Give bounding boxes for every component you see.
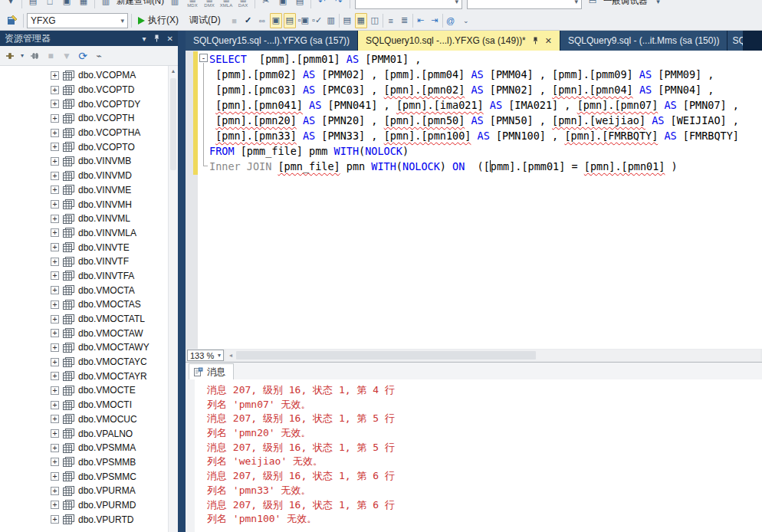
debug-button[interactable]: 调试(D) [185,14,225,27]
toolbar-overflow-icon[interactable]: ⌄ [460,13,472,28]
expand-icon[interactable]: + [51,215,59,223]
tree-item-dbo-vmocuc[interactable]: +dbo.VMOCUC [0,412,178,427]
expand-icon[interactable]: + [51,114,59,123]
toolbar-surround-icon[interactable]: ◫ [369,13,381,28]
expand-icon[interactable]: + [51,315,59,323]
expand-icon[interactable]: + [51,258,59,266]
tree-item-dbo-vmocta[interactable]: +dbo.VMOCTA [0,283,178,297]
disconnect-icon[interactable] [28,49,41,63]
toolbar-snippets-icon[interactable]: ▦ [355,13,367,28]
code-text-area[interactable]: SELECT [pmm].[pmm01] AS [PMM01] , [pmm].… [209,51,762,349]
new-file-icon[interactable]: ▤ [27,0,39,9]
toolbar-results-pane-icon[interactable]: ▤ [341,13,353,28]
expand-icon[interactable]: + [51,386,59,395]
tree-item-dbo-vmocte[interactable]: +dbo.VMOCTE [0,383,178,398]
tree-item-dbo-vinvme[interactable]: +dbo.VINVME [0,183,178,198]
code-line-1[interactable]: SELECT [pmm].[pmm01] AS [PMM01] , [209,51,762,67]
tree-item-dbo-vinvmd[interactable]: +dbo.VINVMD [0,169,178,183]
chevron-down-icon[interactable]: ▾ [652,0,664,9]
navigate-back-icon[interactable]: ▾ [5,0,17,9]
tree-item-dbo-vpurtd[interactable]: +dbo.VPURTD [0,512,178,527]
toolbar-combo-1[interactable]: ▾ [355,0,462,9]
redo-icon[interactable]: ↷ [333,0,345,9]
undo-icon[interactable]: ↶ [316,0,328,9]
tree-item-dbo-vpurmd[interactable]: +dbo.VPURMD [0,498,178,513]
expand-icon[interactable]: + [51,228,59,237]
window-position-icon[interactable]: ▾ [143,34,146,43]
pin-icon[interactable] [532,37,539,44]
collapse-region-icon[interactable]: - [199,54,208,62]
code-line-3[interactable]: [pmm].[pmc03] AS [PMC03] , [pmn].[pmn02]… [209,82,762,97]
tab-document-1[interactable]: SQLQuery15.sql -...l).YFXG (sa (157)) [186,31,357,51]
panel-splitter[interactable] [178,31,186,532]
toolbar-comment-icon[interactable]: ⇤ [415,13,427,28]
tree-item-dbo-vpalno[interactable]: +dbo.VPALNO [0,426,178,441]
tree-item-dbo-vmoctayr[interactable]: +dbo.VMOCTAYR [0,369,178,383]
query-type-icon-xmla[interactable]: ▥XMLA [219,0,233,8]
expand-icon[interactable]: + [51,286,59,294]
horizontal-scrollbar[interactable]: ◂ [225,350,760,361]
code-line-6[interactable]: [pmn].[pmn33] AS [PMN33] , [pmn].[pmn100… [209,128,762,143]
expand-icon[interactable]: + [51,358,59,366]
tree-item-dbo-vcopto[interactable]: +dbo.VCOPTO [0,140,178,154]
expand-icon[interactable]: + [51,71,59,80]
scroll-up-icon[interactable]: ▲ [169,66,178,77]
toolbar-intellisense-icon[interactable]: @ [445,13,457,28]
toolbar-parse-icon[interactable]: ✓ [242,13,255,28]
tree-item-dbo-vinvtf[interactable]: +dbo.VINVTF [0,255,178,269]
expand-icon[interactable]: + [51,157,59,166]
toolbar-results-to-grid-icon[interactable]: ▣ [270,13,282,28]
scrollbar-thumb[interactable] [236,351,536,360]
expand-icon[interactable]: + [51,243,59,251]
expand-icon[interactable]: + [51,172,59,180]
pin-icon[interactable] [153,34,160,42]
toolbar-actual-plan-icon[interactable]: ▫✓ [311,13,324,28]
tree-item-dbo-vmoctaw[interactable]: +dbo.VMOCTAW [0,326,178,340]
tree-item-dbo-vmoctayc[interactable]: +dbo.VMOCTAYC [0,355,178,369]
execute-button[interactable]: 执行(X) [135,14,182,27]
tree-item-dbo-vinvtfa[interactable]: +dbo.VINVTFA [0,269,178,284]
database-selector[interactable]: YFXG▾ [27,13,128,28]
toolbar-specify-values-icon[interactable]: ▫▫ [256,13,268,28]
tab-document-4[interactable]: SQL [728,31,743,51]
expand-icon[interactable]: + [51,401,59,409]
code-line-5[interactable]: [pmn].[pmn20] AS [PMN20] , [pmn].[pmn50]… [209,113,762,128]
new-database-query-icon[interactable]: ▥ [169,0,181,9]
expand-icon[interactable]: + [51,100,59,108]
toolbar-combo-2[interactable]: ▾ [467,0,582,9]
query-type-icon-dax[interactable]: ▥DAX [236,0,250,8]
tree-item-dbo-vcopma[interactable]: +dbo.VCOPMA [0,68,178,83]
refresh-icon[interactable]: ⟳ [76,49,90,63]
tree-item-dbo-vinvml[interactable]: +dbo.VINVML [0,212,178,226]
expand-icon[interactable]: + [51,271,59,280]
expand-icon[interactable]: + [51,86,59,94]
tree-item-dbo-vpurma[interactable]: +dbo.VPURMA [0,484,178,498]
code-line-8[interactable]: Inner JOIN [pmn_file] pmn WITH(NOLOCK) O… [209,159,762,174]
expand-icon[interactable]: + [51,472,59,481]
tree-item-dbo-vpsmmc[interactable]: +dbo.VPSMMC [0,469,178,484]
toolbar-query-options-icon[interactable]: ▥ [325,13,337,28]
tree-scrollbar[interactable]: ▲ [168,66,178,532]
expand-icon[interactable]: + [51,444,59,452]
expand-icon[interactable]: + [51,429,59,438]
expand-icon[interactable]: + [51,143,59,151]
save-icon[interactable]: ▣ [61,0,73,9]
code-line-4[interactable]: [pmn].[pmn041] AS [PMN041] , [pmn].[ima0… [209,97,762,113]
tree-item-dbo-vmocti[interactable]: +dbo.VMOCTI [0,398,178,412]
expand-icon[interactable]: + [51,458,59,466]
toolbar-outdent-icon[interactable]: ≣ [399,13,411,28]
copy-icon[interactable]: ▣ [277,0,289,9]
tree-item-dbo-vmoctatl[interactable]: +dbo.VMOCTATL [0,312,178,327]
debugger-selector[interactable]: 一般调试器 [603,0,648,7]
tree-item-dbo-vmoctawy[interactable]: +dbo.VMOCTAWY [0,340,178,355]
tree-item-dbo-vpsmma[interactable]: +dbo.VPSMMA [0,441,178,455]
connect-icon[interactable] [3,49,17,63]
code-line-7[interactable]: FROM [pmm_file] pmm WITH(NOLOCK) [209,143,762,159]
tree-item-dbo-vpsmmb[interactable]: +dbo.VPSMMB [0,455,178,470]
tree-item-dbo-vcoptdy[interactable]: +dbo.VCOPTDY [0,97,178,111]
toolbar-uncomment-icon[interactable]: ⇥ [429,13,441,28]
expand-icon[interactable]: + [51,343,59,352]
tree-item-dbo-vcopth[interactable]: +dbo.VCOPTH [0,111,178,126]
tree-item-dbo-vcoptd[interactable]: +dbo.VCOPTD [0,83,178,97]
toolbar-results-to-text-icon[interactable]: ▤ [284,13,296,28]
